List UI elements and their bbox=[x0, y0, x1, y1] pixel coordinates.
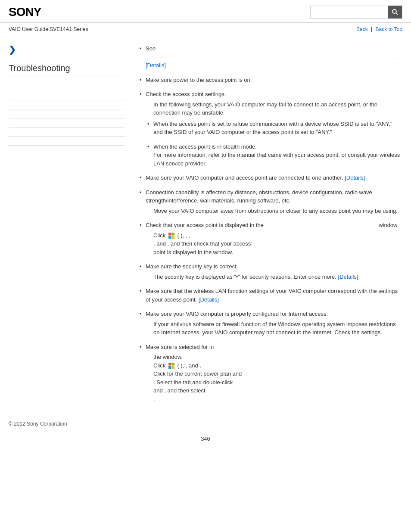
sidebar-item[interactable] bbox=[9, 100, 125, 109]
item-sub-text: Move your VAIO computer away from obstru… bbox=[146, 207, 402, 215]
item-text: Check the access point settings. bbox=[146, 91, 226, 97]
content-area: See . [Details] Make sure power to the a… bbox=[134, 36, 402, 417]
sub-bullet-item: When the access point is in stealth mode… bbox=[146, 143, 402, 168]
sidebar-item[interactable] bbox=[9, 137, 125, 146]
back-to-top-link[interactable]: Back to Top bbox=[376, 26, 402, 32]
sidebar-title: Troubleshooting bbox=[9, 63, 125, 77]
sony-logo: SONY bbox=[9, 5, 41, 19]
item-text: Make sure power to the access point is o… bbox=[146, 77, 252, 83]
svg-rect-8 bbox=[168, 366, 171, 369]
footer: © 2012 Sony Corporation bbox=[0, 417, 411, 431]
back-link[interactable]: Back bbox=[356, 26, 368, 32]
svg-point-0 bbox=[392, 9, 396, 13]
windows-icon-2 bbox=[168, 362, 175, 369]
svg-rect-4 bbox=[168, 236, 171, 239]
list-item-7: Make sure the security key is correct. T… bbox=[138, 262, 402, 281]
item-text: See bbox=[146, 45, 156, 52]
sub-header: VAIO User Guide SVE14A1 Series Back | Ba… bbox=[0, 23, 411, 36]
sub-bullet-item: When the access point is set to refuse c… bbox=[146, 120, 402, 137]
svg-rect-5 bbox=[171, 236, 174, 239]
content-list: See . [Details] Make sure power to the a… bbox=[138, 44, 402, 403]
sidebar-item[interactable] bbox=[9, 128, 125, 137]
item-sub-lines-10: the window. Click ( bbox=[146, 353, 402, 403]
nav-divider: | bbox=[371, 26, 374, 32]
list-item-10: Make sure is selected for in the window.… bbox=[138, 343, 402, 404]
item-sub-text: In the following settings, your VAIO com… bbox=[146, 100, 402, 117]
list-item-9: Make sure your VAIO computer is properly… bbox=[138, 310, 402, 337]
item-text-window: window. bbox=[379, 222, 399, 228]
list-item-4: Make sure your VAIO computer and access … bbox=[138, 174, 402, 182]
nav-links: Back | Back to Top bbox=[356, 26, 402, 32]
main-container: ❯ Troubleshooting See . [Details] Make s… bbox=[0, 36, 411, 417]
search-icon bbox=[392, 9, 399, 16]
breadcrumb: VAIO User Guide SVE14A1 Series bbox=[9, 26, 88, 32]
item-text: Make sure that the wireless LAN function… bbox=[146, 288, 398, 303]
item-suffix: . bbox=[397, 54, 399, 60]
svg-rect-3 bbox=[171, 233, 174, 236]
sub-bullets: When the access point is set to refuse c… bbox=[146, 120, 402, 168]
list-item-2: Make sure power to the access point is o… bbox=[138, 76, 402, 84]
svg-rect-9 bbox=[171, 366, 174, 369]
list-item-5: Connection capability is affected by dis… bbox=[138, 188, 402, 215]
svg-line-1 bbox=[396, 13, 398, 15]
list-item-8: Make sure that the wireless LAN function… bbox=[138, 287, 402, 304]
content-divider bbox=[138, 412, 402, 412]
list-item-3: Check the access point settings. In the … bbox=[138, 90, 402, 168]
item-sub-text: If your antivirus software or firewall f… bbox=[146, 320, 402, 337]
search-button[interactable] bbox=[388, 6, 402, 19]
windows-icon bbox=[168, 232, 175, 239]
sidebar-item[interactable] bbox=[9, 118, 125, 128]
svg-rect-2 bbox=[168, 233, 171, 236]
item-text: Make sure the security key is correct. bbox=[146, 263, 238, 270]
chevron-icon: ❯ bbox=[9, 44, 125, 55]
item-text: Make sure your VAIO computer is properly… bbox=[146, 311, 328, 317]
page-number: 346 bbox=[0, 431, 411, 451]
sidebar-item[interactable] bbox=[9, 91, 125, 100]
search-input[interactable] bbox=[311, 6, 388, 18]
list-item-1: See . [Details] bbox=[138, 44, 402, 70]
page-header: SONY bbox=[0, 0, 411, 23]
details-link-8[interactable]: [Details] bbox=[199, 296, 219, 303]
item-text: Make sure your VAIO computer and access … bbox=[146, 174, 345, 181]
details-link-1[interactable]: [Details] bbox=[146, 62, 166, 68]
sidebar: ❯ Troubleshooting bbox=[9, 36, 134, 417]
svg-rect-7 bbox=[171, 363, 174, 366]
copyright-text: © 2012 Sony Corporation bbox=[9, 421, 67, 427]
sidebar-item[interactable] bbox=[9, 109, 125, 118]
item-text: Check that your access point is displaye… bbox=[146, 222, 264, 228]
item-sub-text: The security key is displayed as "•" for… bbox=[146, 273, 402, 281]
details-link-7[interactable]: [Details] bbox=[338, 274, 358, 280]
item-text: Make sure is selected for in bbox=[146, 344, 214, 350]
search-box[interactable] bbox=[310, 6, 402, 19]
sidebar-items-list bbox=[9, 82, 125, 146]
item-text: Connection capability is affected by dis… bbox=[146, 189, 372, 204]
item-sub-lines: Click ( ), , bbox=[146, 231, 402, 257]
list-item-6: Check that your access point is displaye… bbox=[138, 221, 402, 256]
sidebar-item[interactable] bbox=[9, 82, 125, 91]
svg-rect-6 bbox=[168, 363, 171, 366]
details-link-4[interactable]: [Details] bbox=[345, 174, 365, 181]
